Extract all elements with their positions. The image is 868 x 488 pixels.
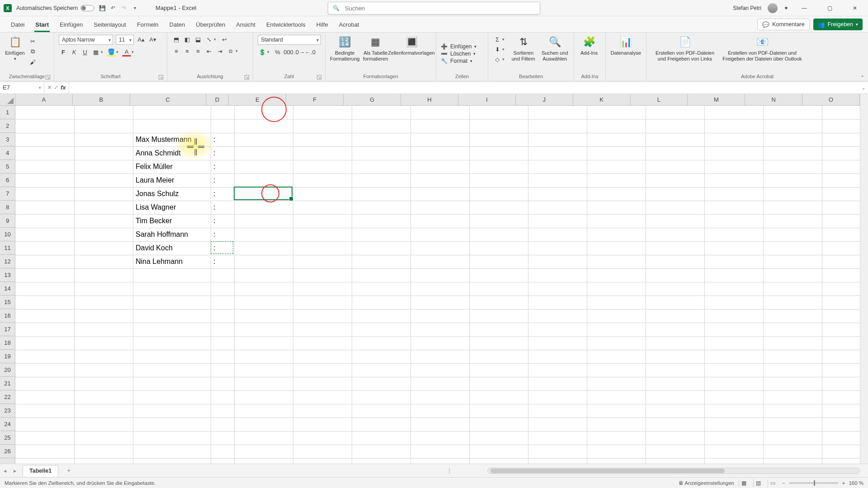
qat-customize-icon[interactable]: ▾ xyxy=(131,5,138,12)
select-all-corner[interactable] xyxy=(0,94,15,106)
decrease-decimal-button[interactable]: ←.0 xyxy=(306,47,315,56)
copy-button[interactable]: ⧉ xyxy=(28,47,37,56)
display-settings-button[interactable]: 🖥 Anzeigeeinstellungen xyxy=(678,480,734,486)
cell-C10[interactable]: Sarah Hoffmann xyxy=(134,228,190,241)
cell-C3[interactable]: Max Mustermann xyxy=(134,133,193,146)
cell-styles-button[interactable]: 🔳 Zellenformatvorlagen xyxy=(392,35,431,56)
bold-button[interactable]: F xyxy=(59,47,68,56)
percent-button[interactable]: % xyxy=(273,47,282,56)
col-header-H[interactable]: H xyxy=(401,94,458,105)
col-header-B[interactable]: B xyxy=(73,94,130,105)
align-center-button[interactable]: ≡ xyxy=(183,47,192,56)
row-header-11[interactable]: 11 xyxy=(0,241,15,255)
row-header-23[interactable]: 23 xyxy=(0,404,15,418)
delete-cells-button[interactable]: ➖Löschen▾ xyxy=(441,51,476,57)
tab-datei[interactable]: Datei xyxy=(5,18,30,32)
number-format-select[interactable]: Standard xyxy=(258,35,321,45)
format-painter-button[interactable]: 🖌 xyxy=(28,57,37,66)
dialog-launcher-icon[interactable] xyxy=(317,75,321,80)
fill-color-button[interactable]: 🪣 xyxy=(107,47,116,56)
col-header-J[interactable]: J xyxy=(516,94,573,105)
merge-button[interactable]: ⧈ xyxy=(226,47,235,56)
cell-D3[interactable]: : xyxy=(212,133,217,146)
row-header-17[interactable]: 17 xyxy=(0,323,15,336)
search-input[interactable] xyxy=(344,5,535,12)
increase-font-button[interactable]: A▴ xyxy=(137,35,146,44)
horizontal-scrollbar[interactable] xyxy=(487,468,860,474)
cell-C4[interactable]: Anna Schmidt xyxy=(134,146,183,160)
cells-grid[interactable]: Max Mustermann:Anna Schmidt:Felix Müller… xyxy=(15,106,860,464)
dialog-launcher-icon[interactable] xyxy=(159,75,163,80)
row-header-22[interactable]: 22 xyxy=(0,390,15,404)
wrap-text-button[interactable]: ↩ xyxy=(220,35,229,44)
align-bottom-button[interactable]: ⬓ xyxy=(193,35,203,44)
row-header-3[interactable]: 3 xyxy=(0,133,15,146)
save-icon[interactable]: 💾 xyxy=(99,5,106,12)
expand-formula-bar-button[interactable]: ⌄ xyxy=(859,81,868,94)
cell-C7[interactable]: Jonas Schulz xyxy=(134,187,180,201)
sort-filter-button[interactable]: ⇅ Sortieren und Filtern xyxy=(509,35,538,61)
column-headers[interactable]: ABCDEFGHIJKLMNO xyxy=(15,94,860,106)
row-header-9[interactable]: 9 xyxy=(0,214,15,228)
accounting-button[interactable]: 💲 xyxy=(258,47,267,56)
row-header-7[interactable]: 7 xyxy=(0,187,15,201)
user-avatar-icon[interactable] xyxy=(768,3,778,13)
tab-ansicht[interactable]: Ansicht xyxy=(231,18,261,32)
share-button[interactable]: 👥 Freigeben ▾ xyxy=(813,19,863,30)
undo-icon[interactable]: ↶ xyxy=(109,5,117,12)
cell-D6[interactable]: : xyxy=(212,174,217,187)
sheet-tab-active[interactable]: Tabelle1 xyxy=(23,465,58,477)
cell-C11[interactable]: David Koch xyxy=(134,241,175,255)
cell-D5[interactable]: : xyxy=(212,160,217,174)
tab-seitenlayout[interactable]: Seitenlayout xyxy=(88,18,132,32)
fx-icon[interactable]: fx xyxy=(61,84,66,91)
tab-hilfe[interactable]: Hilfe xyxy=(311,18,334,32)
col-header-O[interactable]: O xyxy=(802,94,860,105)
cell-C5[interactable]: Felix Müller xyxy=(134,160,175,174)
maximize-button[interactable]: ▢ xyxy=(820,2,839,14)
dialog-launcher-icon[interactable] xyxy=(245,75,249,80)
row-header-6[interactable]: 6 xyxy=(0,174,15,187)
formula-bar[interactable] xyxy=(69,81,859,94)
cell-C12[interactable]: Nina Lehmann xyxy=(134,255,184,268)
col-header-C[interactable]: C xyxy=(130,94,206,105)
row-header-4[interactable]: 4 xyxy=(0,146,15,160)
close-button[interactable]: ✕ xyxy=(845,2,864,14)
row-header-19[interactable]: 19 xyxy=(0,350,15,363)
clear-button[interactable]: ◇▾ xyxy=(493,55,506,64)
row-header-16[interactable]: 16 xyxy=(0,309,15,323)
format-cells-button[interactable]: 🔧Format▾ xyxy=(441,58,472,64)
collapse-ribbon-button[interactable]: ⌄ xyxy=(860,72,864,78)
align-middle-button[interactable]: ◧ xyxy=(183,35,192,44)
row-header-18[interactable]: 18 xyxy=(0,336,15,350)
tab-start[interactable]: Start xyxy=(30,18,54,32)
cell-C8[interactable]: Lisa Wagner xyxy=(134,201,178,214)
thousands-button[interactable]: 000 xyxy=(284,47,293,56)
col-header-K[interactable]: K xyxy=(573,94,631,105)
zoom-in-button[interactable]: + xyxy=(842,480,845,486)
cell-D9[interactable]: : xyxy=(212,214,217,228)
worksheet-area[interactable]: ABCDEFGHIJKLMNO 123456789101112131415161… xyxy=(0,94,868,464)
align-right-button[interactable]: ≡ xyxy=(193,47,203,56)
zoom-control[interactable]: − + 160 % xyxy=(782,480,863,486)
redo-icon[interactable]: ↷ xyxy=(120,5,127,12)
zoom-slider[interactable] xyxy=(789,482,839,484)
create-pdf-link-button[interactable]: 📄Erstellen von PDF-Dateien und Freigeben… xyxy=(651,35,719,61)
page-break-view-button[interactable]: ▭ xyxy=(768,479,778,487)
italic-button[interactable]: K xyxy=(70,47,79,56)
row-header-5[interactable]: 5 xyxy=(0,160,15,174)
cell-D12[interactable]: : xyxy=(212,255,217,268)
data-analysis-button[interactable]: 📊Datenanalyse xyxy=(610,35,642,56)
sheet-nav-prev-button[interactable]: ◂ xyxy=(0,466,10,475)
insert-cells-button[interactable]: ➕Einfügen▾ xyxy=(441,43,476,50)
increase-indent-button[interactable]: ⇥ xyxy=(215,47,224,56)
font-family-select[interactable]: Aptos Narrow xyxy=(59,35,113,45)
tab-acrobat[interactable]: Acrobat xyxy=(334,18,365,32)
col-header-L[interactable]: L xyxy=(631,94,688,105)
zoom-out-button[interactable]: − xyxy=(782,480,785,486)
conditional-formatting-button[interactable]: 🔢 Bedingte Formatierung xyxy=(330,35,359,61)
row-header-1[interactable]: 1 xyxy=(0,106,15,119)
align-left-button[interactable]: ≡ xyxy=(172,47,181,56)
row-header-26[interactable]: 26 xyxy=(0,445,15,458)
sheet-nav-next-button[interactable]: ▸ xyxy=(10,466,20,475)
